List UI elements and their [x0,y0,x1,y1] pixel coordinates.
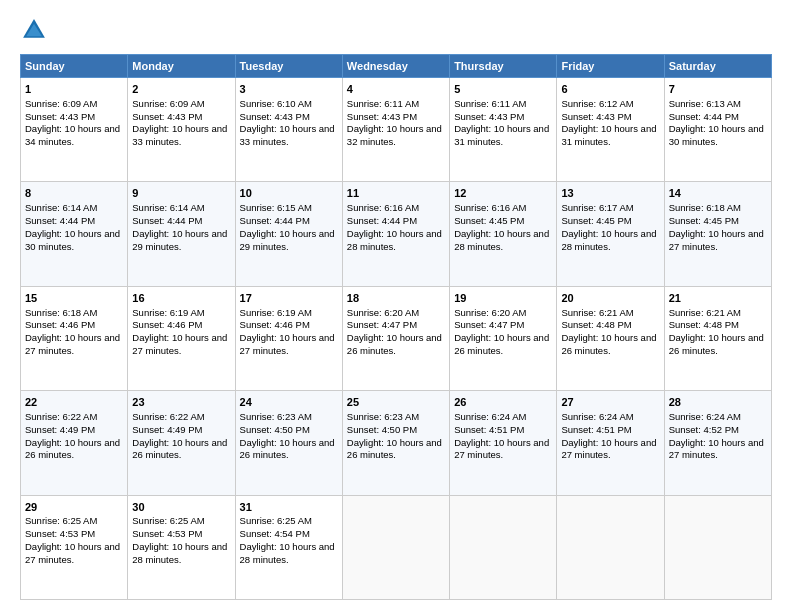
sunset-label: Sunset: 4:52 PM [669,424,739,435]
daylight-label: Daylight: 10 hours and 28 minutes. [240,541,335,565]
daylight-label: Daylight: 10 hours and 27 minutes. [25,541,120,565]
calendar-row: 15Sunrise: 6:18 AMSunset: 4:46 PMDayligh… [21,286,772,390]
calendar-cell: 17Sunrise: 6:19 AMSunset: 4:46 PMDayligh… [235,286,342,390]
sunset-label: Sunset: 4:46 PM [240,319,310,330]
daylight-label: Daylight: 10 hours and 27 minutes. [240,332,335,356]
calendar-cell [342,495,449,599]
calendar-cell: 22Sunrise: 6:22 AMSunset: 4:49 PMDayligh… [21,391,128,495]
sunset-label: Sunset: 4:46 PM [132,319,202,330]
calendar-cell: 24Sunrise: 6:23 AMSunset: 4:50 PMDayligh… [235,391,342,495]
sunrise-label: Sunrise: 6:11 AM [454,98,526,109]
daylight-label: Daylight: 10 hours and 27 minutes. [454,437,549,461]
sunrise-label: Sunrise: 6:16 AM [454,202,526,213]
sunset-label: Sunset: 4:43 PM [561,111,631,122]
daylight-label: Daylight: 10 hours and 28 minutes. [347,228,442,252]
daylight-label: Daylight: 10 hours and 31 minutes. [454,123,549,147]
sunrise-label: Sunrise: 6:09 AM [132,98,204,109]
day-number: 27 [561,395,659,410]
sunrise-label: Sunrise: 6:21 AM [561,307,633,318]
day-header-saturday: Saturday [664,55,771,78]
calendar-cell: 28Sunrise: 6:24 AMSunset: 4:52 PMDayligh… [664,391,771,495]
header [20,16,772,44]
day-number: 23 [132,395,230,410]
daylight-label: Daylight: 10 hours and 26 minutes. [347,332,442,356]
sunrise-label: Sunrise: 6:18 AM [669,202,741,213]
day-number: 19 [454,291,552,306]
daylight-label: Daylight: 10 hours and 29 minutes. [240,228,335,252]
day-header-thursday: Thursday [450,55,557,78]
daylight-label: Daylight: 10 hours and 27 minutes. [561,437,656,461]
day-number: 13 [561,186,659,201]
day-number: 29 [25,500,123,515]
daylight-label: Daylight: 10 hours and 27 minutes. [669,437,764,461]
day-number: 5 [454,82,552,97]
sunset-label: Sunset: 4:43 PM [132,111,202,122]
sunrise-label: Sunrise: 6:18 AM [25,307,97,318]
sunset-label: Sunset: 4:45 PM [669,215,739,226]
day-number: 10 [240,186,338,201]
calendar-row: 22Sunrise: 6:22 AMSunset: 4:49 PMDayligh… [21,391,772,495]
calendar-cell: 12Sunrise: 6:16 AMSunset: 4:45 PMDayligh… [450,182,557,286]
calendar-row: 8Sunrise: 6:14 AMSunset: 4:44 PMDaylight… [21,182,772,286]
calendar-body: 1Sunrise: 6:09 AMSunset: 4:43 PMDaylight… [21,78,772,600]
sunset-label: Sunset: 4:44 PM [240,215,310,226]
day-number: 1 [25,82,123,97]
day-number: 8 [25,186,123,201]
day-number: 28 [669,395,767,410]
day-number: 3 [240,82,338,97]
calendar-cell: 13Sunrise: 6:17 AMSunset: 4:45 PMDayligh… [557,182,664,286]
day-number: 9 [132,186,230,201]
sunrise-label: Sunrise: 6:24 AM [669,411,741,422]
sunset-label: Sunset: 4:43 PM [25,111,95,122]
sunrise-label: Sunrise: 6:17 AM [561,202,633,213]
calendar-cell [450,495,557,599]
calendar-header-row: SundayMondayTuesdayWednesdayThursdayFrid… [21,55,772,78]
day-number: 26 [454,395,552,410]
sunrise-label: Sunrise: 6:11 AM [347,98,419,109]
sunrise-label: Sunrise: 6:12 AM [561,98,633,109]
day-header-friday: Friday [557,55,664,78]
daylight-label: Daylight: 10 hours and 26 minutes. [25,437,120,461]
daylight-label: Daylight: 10 hours and 26 minutes. [240,437,335,461]
daylight-label: Daylight: 10 hours and 26 minutes. [454,332,549,356]
daylight-label: Daylight: 10 hours and 26 minutes. [561,332,656,356]
sunrise-label: Sunrise: 6:14 AM [132,202,204,213]
daylight-label: Daylight: 10 hours and 30 minutes. [25,228,120,252]
sunrise-label: Sunrise: 6:23 AM [240,411,312,422]
sunrise-label: Sunrise: 6:24 AM [454,411,526,422]
calendar-cell: 27Sunrise: 6:24 AMSunset: 4:51 PMDayligh… [557,391,664,495]
sunset-label: Sunset: 4:51 PM [561,424,631,435]
sunrise-label: Sunrise: 6:23 AM [347,411,419,422]
calendar-cell: 31Sunrise: 6:25 AMSunset: 4:54 PMDayligh… [235,495,342,599]
sunrise-label: Sunrise: 6:14 AM [25,202,97,213]
sunset-label: Sunset: 4:47 PM [347,319,417,330]
calendar-cell: 4Sunrise: 6:11 AMSunset: 4:43 PMDaylight… [342,78,449,182]
calendar-cell: 23Sunrise: 6:22 AMSunset: 4:49 PMDayligh… [128,391,235,495]
sunset-label: Sunset: 4:45 PM [561,215,631,226]
calendar-cell: 29Sunrise: 6:25 AMSunset: 4:53 PMDayligh… [21,495,128,599]
sunset-label: Sunset: 4:44 PM [669,111,739,122]
daylight-label: Daylight: 10 hours and 28 minutes. [132,541,227,565]
daylight-label: Daylight: 10 hours and 32 minutes. [347,123,442,147]
sunrise-label: Sunrise: 6:13 AM [669,98,741,109]
sunset-label: Sunset: 4:48 PM [561,319,631,330]
day-number: 6 [561,82,659,97]
daylight-label: Daylight: 10 hours and 26 minutes. [669,332,764,356]
calendar-row: 1Sunrise: 6:09 AMSunset: 4:43 PMDaylight… [21,78,772,182]
sunset-label: Sunset: 4:47 PM [454,319,524,330]
day-number: 4 [347,82,445,97]
sunset-label: Sunset: 4:54 PM [240,528,310,539]
sunset-label: Sunset: 4:48 PM [669,319,739,330]
sunset-label: Sunset: 4:45 PM [454,215,524,226]
daylight-label: Daylight: 10 hours and 30 minutes. [669,123,764,147]
calendar-cell: 16Sunrise: 6:19 AMSunset: 4:46 PMDayligh… [128,286,235,390]
calendar-row: 29Sunrise: 6:25 AMSunset: 4:53 PMDayligh… [21,495,772,599]
sunset-label: Sunset: 4:44 PM [132,215,202,226]
day-number: 12 [454,186,552,201]
daylight-label: Daylight: 10 hours and 27 minutes. [669,228,764,252]
calendar-cell [557,495,664,599]
calendar-cell: 1Sunrise: 6:09 AMSunset: 4:43 PMDaylight… [21,78,128,182]
daylight-label: Daylight: 10 hours and 28 minutes. [454,228,549,252]
calendar-cell: 18Sunrise: 6:20 AMSunset: 4:47 PMDayligh… [342,286,449,390]
sunset-label: Sunset: 4:46 PM [25,319,95,330]
